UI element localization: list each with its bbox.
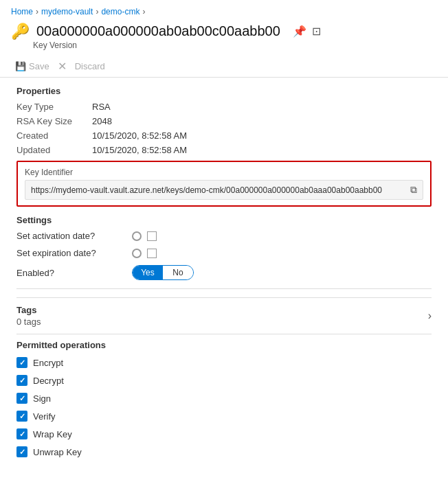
op-row-4: ✓Wrap Key [16,428,432,439]
key-identifier-url: https://mydemo-vault.vault.azure.net/key… [31,185,405,195]
key-identifier-label: Key Identifier [25,168,423,177]
op-checkbox-2[interactable]: ✓ [16,393,27,404]
op-checkbox-4[interactable]: ✓ [16,428,27,439]
enabled-toggle[interactable]: Yes No [132,265,194,280]
op-row-2: ✓Sign [16,393,432,404]
main-content: Properties Key Type RSA RSA Key Size 204… [0,78,448,472]
properties-title: Properties [16,86,432,96]
page-title: 00a000000a000000ab0ab00c00aabb00 [36,23,280,39]
breadcrumb-vault[interactable]: mydemo-vault [41,7,93,16]
op-label-5: Unwrap Key [33,447,82,457]
op-label-3: Verify [33,411,56,422]
activation-checkbox[interactable] [147,231,157,241]
created-label: Created [16,130,92,141]
op-checkbox-1[interactable]: ✓ [16,375,27,386]
op-label-0: Encrypt [33,358,63,368]
op-checkbox-0[interactable]: ✓ [16,357,27,368]
op-label-1: Decrypt [33,376,64,386]
enabled-label: Enabled? [16,268,126,278]
toolbar-separator: ✕ [58,60,67,73]
page-header: 🔑 00a000000a000000ab0ab00c00aabb00 📌 ⊡ [0,21,448,41]
header-icons: 📌 ⊡ [293,25,321,38]
pin-icon[interactable]: 📌 [293,25,306,38]
copy-header-icon[interactable]: ⊡ [312,25,321,38]
activation-date-label: Set activation date? [16,231,126,241]
copy-url-icon[interactable]: ⧉ [410,184,417,196]
tags-count: 0 tags [16,317,41,327]
updated-row: Updated 10/15/2020, 8:52:58 AM [16,145,432,155]
expiration-date-row: Set expiration date? [16,248,432,258]
activation-radio[interactable] [132,231,142,241]
permitted-ops-title: Permitted operations [16,340,432,350]
op-row-1: ✓Decrypt [16,375,432,386]
tags-chevron-icon[interactable]: › [428,310,432,322]
expiration-checkbox[interactable] [147,249,157,258]
enabled-no-option[interactable]: No [163,266,193,279]
enabled-yes-option[interactable]: Yes [133,266,163,279]
op-row-0: ✓Encrypt [16,357,432,368]
expiration-radio[interactable] [132,249,142,258]
key-type-value: RSA [92,102,111,112]
breadcrumb-home[interactable]: Home [11,7,33,16]
key-type-label: Key Type [16,102,92,112]
save-button[interactable]: 💾 Save [11,60,54,73]
op-label-4: Wrap Key [33,429,72,439]
divider-1 [16,288,432,289]
created-value: 10/15/2020, 8:52:58 AM [92,130,187,141]
expiration-date-label: Set expiration date? [16,248,126,258]
save-icon: 💾 [15,61,26,71]
op-row-5: ✓Unwrap Key [16,446,432,457]
op-row-3: ✓Verify [16,411,432,422]
page-subtitle: Key Version [0,41,448,56]
toolbar: 💾 Save ✕ Discard [0,56,448,78]
key-icon: 🔑 [11,24,30,39]
op-label-2: Sign [33,393,51,404]
op-checkbox-5[interactable]: ✓ [16,446,27,457]
settings-title: Settings [16,215,432,225]
updated-value: 10/15/2020, 8:52:58 AM [92,145,187,155]
updated-label: Updated [16,145,92,155]
op-checkbox-3[interactable]: ✓ [16,411,27,422]
permitted-ops-list: ✓Encrypt✓Decrypt✓Sign✓Verify✓Wrap Key✓Un… [16,357,432,457]
rsa-key-size-value: 2048 [92,116,112,126]
rsa-key-size-label: RSA Key Size [16,116,92,126]
tags-title: Tags [16,305,41,315]
rsa-key-size-row: RSA Key Size 2048 [16,116,432,126]
key-identifier-box: Key Identifier https://mydemo-vault.vaul… [16,161,432,207]
enabled-row: Enabled? Yes No [16,265,432,280]
key-identifier-value-box: https://mydemo-vault.vault.azure.net/key… [25,180,423,200]
tags-section: Tags 0 tags › [16,297,432,334]
activation-date-row: Set activation date? [16,231,432,241]
key-type-row: Key Type RSA [16,102,432,112]
discard-button[interactable]: Discard [71,60,109,73]
created-row: Created 10/15/2020, 8:52:58 AM [16,130,432,141]
breadcrumb-key[interactable]: demo-cmk [101,7,139,16]
breadcrumb: Home › mydemo-vault › demo-cmk › [0,0,448,21]
